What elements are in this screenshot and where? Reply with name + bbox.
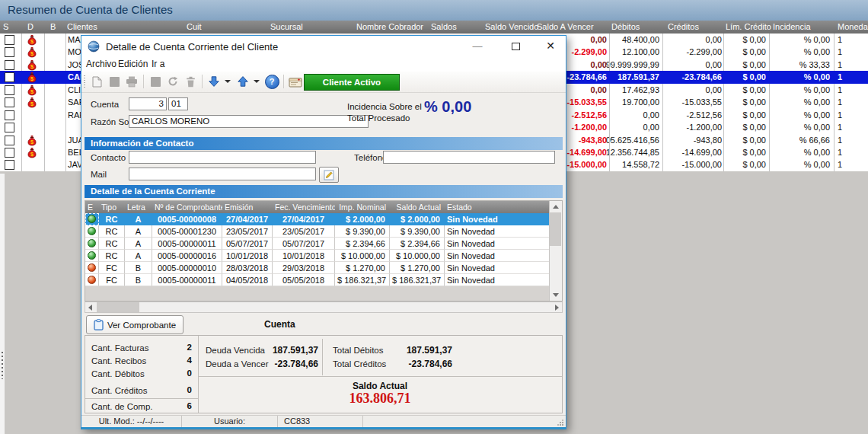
- column-header-l-m-cr-dito[interactable]: Lím. Crédito: [726, 22, 771, 31]
- minimize-button[interactable]: —: [467, 38, 488, 54]
- help-icon[interactable]: ?: [264, 74, 279, 89]
- comprobante-row[interactable]: FCB0005-0000001028/03/201829/03/2018$ 1.…: [85, 262, 562, 274]
- column-header-d-bitos[interactable]: Débitos: [611, 22, 640, 31]
- print-icon[interactable]: [124, 74, 139, 89]
- column-header-cr-ditos[interactable]: Créditos: [668, 22, 699, 31]
- refresh-icon[interactable]: [165, 74, 180, 89]
- client-checkbox[interactable]: [5, 47, 14, 57]
- grid-cell: 28/03/2018: [222, 262, 273, 274]
- left-panel-edge[interactable]: [0, 174, 5, 434]
- cuenta-input[interactable]: 3: [129, 97, 167, 110]
- grid-column-header-letra[interactable]: Letra: [125, 201, 152, 213]
- menu-item-ir-a[interactable]: Ir a: [152, 59, 164, 69]
- column-header-saldo-vencido[interactable]: Saldo Vencido: [485, 22, 538, 31]
- vertical-scrollbar[interactable]: [549, 201, 562, 301]
- move-up-dropdown-caret-icon[interactable]: [254, 80, 260, 83]
- comprobante-row[interactable]: RCA0005-0000001105/07/201705/07/2017$ 2.…: [85, 238, 562, 250]
- column-divider: [662, 34, 663, 171]
- grid-column-header-saldo-actual[interactable]: Saldo Actual: [390, 201, 445, 213]
- column-header-clientes[interactable]: Clientes: [67, 22, 97, 31]
- column-header-moneda[interactable]: Moneda: [838, 22, 868, 31]
- horizontal-scrollbar[interactable]: [85, 302, 563, 313]
- scroll-right-button[interactable]: [555, 305, 559, 311]
- client-checkbox[interactable]: [5, 148, 14, 158]
- column-header-sucursal[interactable]: Sucursal: [270, 22, 303, 31]
- horizontal-scroll-thumb[interactable]: [97, 302, 139, 312]
- scroll-down-button[interactable]: [550, 289, 561, 301]
- dialog-titlebar[interactable]: Detalle de Cuenta Corriente del Cliente …: [81, 36, 566, 57]
- toolbar-grip-icon[interactable]: [84, 75, 85, 88]
- client-checkbox[interactable]: [5, 60, 14, 70]
- client-checkbox[interactable]: [5, 123, 14, 132]
- new-document-icon[interactable]: [89, 74, 104, 89]
- resize-grip[interactable]: [557, 419, 564, 426]
- comprobante-row[interactable]: RCA0005-0000123023/05/201723/05/2017$ 9.…: [85, 225, 562, 238]
- grid-cell: [85, 262, 99, 274]
- contact-card-icon[interactable]: [288, 74, 303, 89]
- grid-column-header-n-de-comprobante[interactable]: Nº de Comprobante: [152, 201, 222, 213]
- menu-item-edici-n[interactable]: Edición: [118, 59, 148, 69]
- column-header-saldos[interactable]: Saldos: [431, 22, 457, 31]
- edit-mail-button[interactable]: [319, 167, 339, 183]
- client-checkbox[interactable]: [5, 97, 14, 107]
- comprobante-row[interactable]: RCA0005-0000000827/04/201727/04/2017$ 2.…: [85, 213, 562, 225]
- scroll-up-button[interactable]: [550, 201, 561, 212]
- client-checkbox[interactable]: [5, 85, 14, 95]
- menu-item-archivo[interactable]: Archivo: [86, 59, 116, 69]
- column-header-b[interactable]: B: [50, 22, 56, 31]
- comprobante-row[interactable]: RCA0005-0000001610/01/201810/01/2018$ 10…: [85, 250, 562, 262]
- grid-cell: FC: [99, 274, 125, 286]
- grid-column-header-imp-nominal[interactable]: Imp. Nominal: [335, 201, 390, 213]
- move-down-dropdown-caret-icon[interactable]: [225, 80, 231, 83]
- client-checkbox[interactable]: [5, 110, 14, 120]
- grid-cell: Sin Novedad: [445, 262, 551, 274]
- close-button[interactable]: ✕: [540, 38, 561, 54]
- delete-icon[interactable]: [183, 74, 198, 89]
- grid-column-header-estado[interactable]: Estado: [445, 201, 551, 213]
- scroll-left-button[interactable]: [88, 305, 92, 311]
- column-header-incidencia[interactable]: Incidencia: [773, 22, 811, 31]
- grid-column-header-tipo[interactable]: Tipo: [99, 201, 125, 213]
- grid-column-header-fec-vencimiento[interactable]: Fec. Vencimiento: [273, 201, 335, 213]
- mail-input[interactable]: [129, 168, 316, 180]
- cuenta-sub-input[interactable]: 01: [168, 97, 188, 110]
- client-checkbox[interactable]: [5, 136, 14, 145]
- stat-value: 6: [91, 401, 192, 410]
- status-red-icon: [88, 276, 96, 284]
- client-checkbox[interactable]: [5, 160, 14, 170]
- column-header-cuit[interactable]: Cuit: [187, 22, 202, 31]
- client-checkbox[interactable]: [5, 35, 14, 45]
- comprobante-row[interactable]: FCB0005-0000001104/05/201805/05/2018$ 18…: [85, 274, 562, 286]
- grid-column-header-emisi-n[interactable]: Emisión: [222, 201, 273, 213]
- main-window-title: Resumen de Cuenta de Clientes: [8, 3, 173, 16]
- incidencia-cell: % 66,66: [761, 134, 830, 146]
- dialog-menubar: ArchivoEdiciónIr a: [81, 57, 566, 72]
- main-window-titlebar[interactable]: Resumen de Cuenta de Clientes: [0, 0, 868, 21]
- contacto-input[interactable]: [129, 151, 316, 164]
- column-header-s[interactable]: S: [3, 22, 8, 31]
- saldo-actual-value: 163.806,71: [198, 391, 562, 407]
- column-header-saldo-a-vencer[interactable]: Saldo A Vencer: [537, 22, 594, 31]
- telefono-input[interactable]: [383, 151, 555, 164]
- incidencia-cell: % 0,00: [761, 71, 830, 83]
- razon-social-input[interactable]: CARLOS MORENO: [129, 115, 369, 128]
- move-down-icon[interactable]: [206, 74, 222, 89]
- client-checkbox[interactable]: [5, 72, 14, 82]
- comprobantes-grid: ETipoLetraNº de ComprobanteEmisiónFec. V…: [85, 200, 563, 302]
- grid-cell: RC: [99, 225, 125, 238]
- grid-column-header-e[interactable]: E: [85, 201, 99, 213]
- column-header-nombre-cobrador[interactable]: Nombre Cobrador: [356, 22, 423, 31]
- cliente-activo-button[interactable]: Cliente Activo: [304, 74, 400, 91]
- move-up-icon[interactable]: [235, 74, 251, 89]
- grid-cell: Sin Novedad: [445, 225, 551, 238]
- save-icon[interactable]: [107, 74, 122, 89]
- ver-comprobante-button[interactable]: Ver Comprobante: [86, 315, 183, 334]
- grid-cell: 0005-00000008: [152, 213, 222, 225]
- column-header-d[interactable]: D: [27, 22, 34, 31]
- grid-cell: [85, 274, 99, 286]
- grid-cell: 0005-00000010: [152, 262, 222, 274]
- vertical-scroll-thumb[interactable]: [550, 212, 561, 246]
- box-icon[interactable]: [148, 74, 163, 89]
- column-divider: [723, 34, 724, 171]
- maximize-button[interactable]: [505, 38, 526, 54]
